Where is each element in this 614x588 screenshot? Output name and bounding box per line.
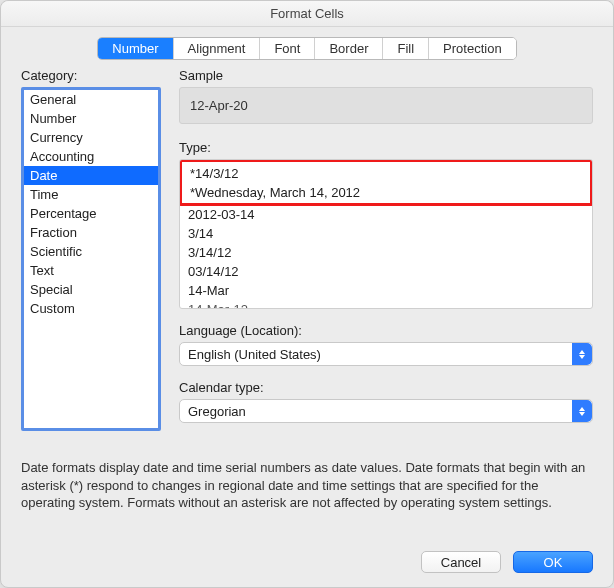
category-item-currency[interactable]: Currency xyxy=(24,128,158,147)
type-item[interactable]: 3/14/12 xyxy=(180,243,592,262)
format-cells-dialog: Format Cells Number Alignment Font Borde… xyxy=(0,0,614,588)
type-highlight-box: *14/3/12 *Wednesday, March 14, 2012 xyxy=(179,159,593,206)
sample-label: Sample xyxy=(179,68,593,83)
tab-group: Number Alignment Font Border Fill Protec… xyxy=(97,37,516,60)
category-item-percentage[interactable]: Percentage xyxy=(24,204,158,223)
type-list[interactable]: *14/3/12 *Wednesday, March 14, 2012 2012… xyxy=(179,159,593,309)
tab-number[interactable]: Number xyxy=(98,38,173,59)
type-item[interactable]: *14/3/12 xyxy=(182,164,590,183)
category-item-special[interactable]: Special xyxy=(24,280,158,299)
category-item-accounting[interactable]: Accounting xyxy=(24,147,158,166)
chevron-updown-icon xyxy=(572,400,592,422)
type-item[interactable]: 14-Mar-12 xyxy=(180,300,592,309)
tab-font[interactable]: Font xyxy=(260,38,315,59)
category-item-number[interactable]: Number xyxy=(24,109,158,128)
category-item-text[interactable]: Text xyxy=(24,261,158,280)
category-item-time[interactable]: Time xyxy=(24,185,158,204)
tab-fill[interactable]: Fill xyxy=(383,38,429,59)
type-item[interactable]: 2012-03-14 xyxy=(180,205,592,224)
calendar-select[interactable]: Gregorian xyxy=(179,399,593,423)
category-list[interactable]: General Number Currency Accounting Date … xyxy=(21,87,161,431)
calendar-value: Gregorian xyxy=(188,404,246,419)
tab-border[interactable]: Border xyxy=(315,38,383,59)
language-select[interactable]: English (United States) xyxy=(179,342,593,366)
type-item[interactable]: *Wednesday, March 14, 2012 xyxy=(182,183,590,202)
category-label: Category: xyxy=(21,68,161,83)
chevron-updown-icon xyxy=(572,343,592,365)
category-item-custom[interactable]: Custom xyxy=(24,299,158,318)
sample-value: 12-Apr-20 xyxy=(179,87,593,124)
language-label: Language (Location): xyxy=(179,323,593,338)
category-item-date[interactable]: Date xyxy=(24,166,158,185)
category-item-scientific[interactable]: Scientific xyxy=(24,242,158,261)
tab-alignment[interactable]: Alignment xyxy=(174,38,261,59)
calendar-label: Calendar type: xyxy=(179,380,593,395)
tab-bar: Number Alignment Font Border Fill Protec… xyxy=(1,27,613,68)
cancel-button[interactable]: Cancel xyxy=(421,551,501,573)
type-item[interactable]: 03/14/12 xyxy=(180,262,592,281)
dialog-buttons: Cancel OK xyxy=(1,537,613,587)
type-label: Type: xyxy=(179,140,593,155)
category-item-general[interactable]: General xyxy=(24,90,158,109)
category-item-fraction[interactable]: Fraction xyxy=(24,223,158,242)
type-item[interactable]: 14-Mar xyxy=(180,281,592,300)
language-value: English (United States) xyxy=(188,347,321,362)
ok-button[interactable]: OK xyxy=(513,551,593,573)
window-title: Format Cells xyxy=(1,1,613,27)
description-text: Date formats display date and time seria… xyxy=(21,459,593,512)
type-item[interactable]: 3/14 xyxy=(180,224,592,243)
tab-protection[interactable]: Protection xyxy=(429,38,516,59)
